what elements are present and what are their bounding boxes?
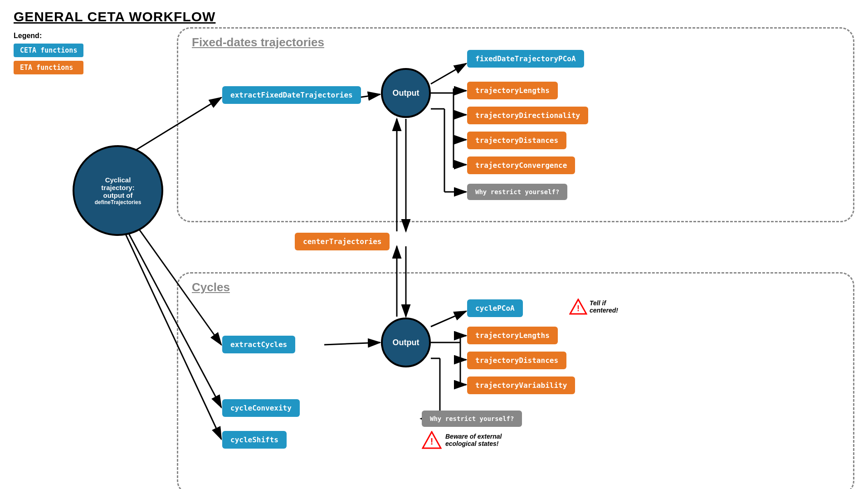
extract-fixed-date-trajectories-box[interactable]: extractFixedDateTrajectories [222, 86, 361, 104]
cyclical-line3: output of [95, 191, 141, 199]
extract-cycles-box[interactable]: extractCycles [222, 336, 295, 353]
why-restrict-bottom-box: Why restrict yourself? [422, 411, 522, 427]
trajectory-variability-box[interactable]: trajectoryVariability [467, 377, 575, 394]
svg-text:!: ! [430, 436, 434, 446]
warning-external-icon: ! [422, 431, 442, 449]
warning-centered-text: Tell ifcentered! [590, 299, 618, 314]
trajectory-lengths-bottom-box[interactable]: trajectoryLengths [467, 327, 558, 344]
cycle-shifts-box[interactable]: cycleShifts [222, 431, 287, 449]
trajectory-distances-bottom-box[interactable]: trajectoryDistances [467, 352, 566, 369]
page-title: GENERAL CETA WORKFLOW [14, 9, 854, 24]
cycle-convexity-box[interactable]: cycleConvexity [222, 399, 300, 417]
warning-external-container: ! Beware of externalecological states! [422, 431, 502, 449]
cyclical-line2: trajectory: [95, 184, 141, 191]
cyclical-line1: Cyclical [95, 176, 141, 184]
trajectory-convergence-box[interactable]: trajectoryConvergence [467, 156, 575, 174]
output-circle-bottom: Output [381, 318, 431, 367]
cycles-title: Cycles [192, 280, 230, 294]
trajectory-distances-top-box[interactable]: trajectoryDistances [467, 132, 566, 149]
warning-external-text: Beware of externalecological states! [445, 431, 502, 447]
fixed-date-trajectory-pcoa-box[interactable]: fixedDateTrajectoryPCoA [467, 50, 584, 68]
center-trajectories-box[interactable]: centerTrajectories [295, 233, 390, 250]
cyclical-line4: defineTrajectories [95, 199, 141, 205]
cyclical-trajectory-circle: Cyclical trajectory: output of defineTra… [73, 145, 163, 236]
why-restrict-top-box: Why restrict yourself? [467, 184, 567, 200]
page-container: GENERAL CETA WORKFLOW Legend: CETA funct… [0, 0, 868, 489]
warning-centered-icon: ! [569, 298, 587, 318]
svg-text:!: ! [577, 304, 580, 313]
trajectory-directionality-box[interactable]: trajectoryDirectionality [467, 107, 588, 124]
trajectory-lengths-top-box[interactable]: trajectoryLengths [467, 82, 558, 99]
cycle-pcoa-box[interactable]: cyclePCoA [467, 299, 523, 317]
fixed-dates-title: Fixed-dates trajectories [192, 35, 324, 49]
output-circle-top: Output [381, 68, 431, 118]
workflow-area: Cyclical trajectory: output of defineTra… [73, 27, 859, 480]
